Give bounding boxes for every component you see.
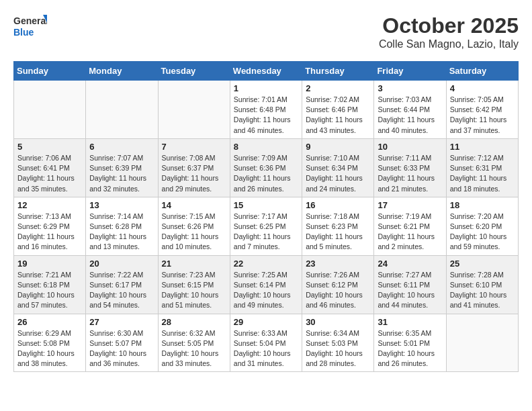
- page-header: General Blue October 2025 Colle San Magn…: [13, 13, 519, 50]
- table-row: 28Sunrise: 6:32 AM Sunset: 5:05 PM Dayli…: [158, 314, 230, 372]
- day-number: 27: [89, 317, 154, 327]
- table-row: 1Sunrise: 7:01 AM Sunset: 6:48 PM Daylig…: [230, 81, 302, 139]
- day-info: Sunrise: 7:18 AM Sunset: 6:23 PM Dayligh…: [306, 212, 370, 253]
- day-number: 20: [89, 259, 154, 269]
- day-info: Sunrise: 7:02 AM Sunset: 6:46 PM Dayligh…: [306, 95, 370, 136]
- table-row: 22Sunrise: 7:25 AM Sunset: 6:14 PM Dayli…: [230, 255, 302, 314]
- day-info: Sunrise: 6:33 AM Sunset: 5:04 PM Dayligh…: [234, 328, 298, 369]
- calendar-week-row: 19Sunrise: 7:21 AM Sunset: 6:18 PM Dayli…: [14, 255, 519, 314]
- table-row: [86, 81, 158, 139]
- table-row: 13Sunrise: 7:14 AM Sunset: 6:28 PM Dayli…: [86, 197, 158, 255]
- day-number: 16: [306, 200, 370, 210]
- day-number: 24: [378, 259, 442, 269]
- day-info: Sunrise: 7:21 AM Sunset: 6:18 PM Dayligh…: [17, 270, 82, 311]
- table-row: 15Sunrise: 7:17 AM Sunset: 6:25 PM Dayli…: [230, 197, 302, 255]
- table-row: 7Sunrise: 7:08 AM Sunset: 6:37 PM Daylig…: [158, 138, 230, 197]
- day-number: 14: [162, 200, 226, 210]
- col-monday: Monday: [86, 62, 158, 81]
- day-info: Sunrise: 7:27 AM Sunset: 6:11 PM Dayligh…: [378, 270, 442, 311]
- location: Colle San Magno, Lazio, Italy: [379, 38, 519, 50]
- day-info: Sunrise: 7:22 AM Sunset: 6:17 PM Dayligh…: [89, 270, 154, 311]
- calendar-table: Sunday Monday Tuesday Wednesday Thursday…: [13, 61, 519, 372]
- table-row: 14Sunrise: 7:15 AM Sunset: 6:26 PM Dayli…: [158, 197, 230, 255]
- day-info: Sunrise: 7:23 AM Sunset: 6:15 PM Dayligh…: [162, 270, 226, 311]
- table-row: [446, 314, 518, 372]
- day-info: Sunrise: 6:35 AM Sunset: 5:01 PM Dayligh…: [378, 328, 442, 369]
- day-number: 29: [234, 317, 298, 327]
- day-info: Sunrise: 7:13 AM Sunset: 6:29 PM Dayligh…: [17, 212, 82, 253]
- day-number: 28: [162, 317, 226, 327]
- day-info: Sunrise: 7:14 AM Sunset: 6:28 PM Dayligh…: [89, 212, 154, 253]
- table-row: 30Sunrise: 6:34 AM Sunset: 5:03 PM Dayli…: [302, 314, 374, 372]
- col-friday: Friday: [374, 62, 446, 81]
- day-number: 6: [89, 142, 154, 152]
- day-number: 31: [378, 317, 442, 327]
- calendar-week-row: 5Sunrise: 7:06 AM Sunset: 6:41 PM Daylig…: [14, 138, 519, 197]
- day-info: Sunrise: 6:32 AM Sunset: 5:05 PM Dayligh…: [162, 328, 226, 369]
- day-info: Sunrise: 7:17 AM Sunset: 6:25 PM Dayligh…: [234, 212, 298, 253]
- day-number: 13: [89, 200, 154, 210]
- day-info: Sunrise: 7:11 AM Sunset: 6:33 PM Dayligh…: [378, 153, 442, 194]
- table-row: 24Sunrise: 7:27 AM Sunset: 6:11 PM Dayli…: [374, 255, 446, 314]
- table-row: 10Sunrise: 7:11 AM Sunset: 6:33 PM Dayli…: [374, 138, 446, 197]
- day-number: 15: [234, 200, 298, 210]
- calendar-header-row: Sunday Monday Tuesday Wednesday Thursday…: [14, 62, 519, 81]
- day-number: 3: [378, 83, 442, 93]
- day-info: Sunrise: 7:20 AM Sunset: 6:20 PM Dayligh…: [450, 212, 515, 253]
- day-info: Sunrise: 7:06 AM Sunset: 6:41 PM Dayligh…: [17, 153, 82, 194]
- table-row: 9Sunrise: 7:10 AM Sunset: 6:34 PM Daylig…: [302, 138, 374, 197]
- day-number: 23: [306, 259, 370, 269]
- col-saturday: Saturday: [446, 62, 518, 81]
- day-info: Sunrise: 7:01 AM Sunset: 6:48 PM Dayligh…: [234, 95, 298, 136]
- day-number: 8: [234, 142, 298, 152]
- day-number: 18: [450, 200, 515, 210]
- day-number: 9: [306, 142, 370, 152]
- day-info: Sunrise: 7:03 AM Sunset: 6:44 PM Dayligh…: [378, 95, 442, 136]
- day-info: Sunrise: 6:29 AM Sunset: 5:08 PM Dayligh…: [17, 328, 82, 369]
- day-number: 17: [378, 200, 442, 210]
- day-info: Sunrise: 7:10 AM Sunset: 6:34 PM Dayligh…: [306, 153, 370, 194]
- day-number: 21: [162, 259, 226, 269]
- table-row: 29Sunrise: 6:33 AM Sunset: 5:04 PM Dayli…: [230, 314, 302, 372]
- table-row: 2Sunrise: 7:02 AM Sunset: 6:46 PM Daylig…: [302, 81, 374, 139]
- day-number: 26: [17, 317, 82, 327]
- col-thursday: Thursday: [302, 62, 374, 81]
- day-number: 1: [234, 83, 298, 93]
- day-info: Sunrise: 7:08 AM Sunset: 6:37 PM Dayligh…: [162, 153, 226, 194]
- day-info: Sunrise: 7:25 AM Sunset: 6:14 PM Dayligh…: [234, 270, 298, 311]
- month-title: October 2025: [379, 13, 519, 38]
- table-row: 17Sunrise: 7:19 AM Sunset: 6:21 PM Dayli…: [374, 197, 446, 255]
- day-number: 10: [378, 142, 442, 152]
- col-tuesday: Tuesday: [158, 62, 230, 81]
- table-row: 5Sunrise: 7:06 AM Sunset: 6:41 PM Daylig…: [14, 138, 86, 197]
- table-row: 19Sunrise: 7:21 AM Sunset: 6:18 PM Dayli…: [14, 255, 86, 314]
- day-info: Sunrise: 7:07 AM Sunset: 6:39 PM Dayligh…: [89, 153, 154, 194]
- day-info: Sunrise: 6:34 AM Sunset: 5:03 PM Dayligh…: [306, 328, 370, 369]
- table-row: 26Sunrise: 6:29 AM Sunset: 5:08 PM Dayli…: [14, 314, 86, 372]
- table-row: 8Sunrise: 7:09 AM Sunset: 6:36 PM Daylig…: [230, 138, 302, 197]
- day-number: 12: [17, 200, 82, 210]
- day-number: 30: [306, 317, 370, 327]
- col-wednesday: Wednesday: [230, 62, 302, 81]
- day-info: Sunrise: 7:09 AM Sunset: 6:36 PM Dayligh…: [234, 153, 298, 194]
- table-row: 18Sunrise: 7:20 AM Sunset: 6:20 PM Dayli…: [446, 197, 518, 255]
- table-row: 3Sunrise: 7:03 AM Sunset: 6:44 PM Daylig…: [374, 81, 446, 139]
- day-info: Sunrise: 6:30 AM Sunset: 5:07 PM Dayligh…: [89, 328, 154, 369]
- svg-text:General: General: [13, 15, 47, 26]
- svg-text:Blue: Blue: [13, 27, 34, 38]
- table-row: 31Sunrise: 6:35 AM Sunset: 5:01 PM Dayli…: [374, 314, 446, 372]
- table-row: 25Sunrise: 7:28 AM Sunset: 6:10 PM Dayli…: [446, 255, 518, 314]
- table-row: 16Sunrise: 7:18 AM Sunset: 6:23 PM Dayli…: [302, 197, 374, 255]
- table-row: 4Sunrise: 7:05 AM Sunset: 6:42 PM Daylig…: [446, 81, 518, 139]
- table-row: 23Sunrise: 7:26 AM Sunset: 6:12 PM Dayli…: [302, 255, 374, 314]
- col-sunday: Sunday: [14, 62, 86, 81]
- day-number: 4: [450, 83, 515, 93]
- day-info: Sunrise: 7:26 AM Sunset: 6:12 PM Dayligh…: [306, 270, 370, 311]
- table-row: 27Sunrise: 6:30 AM Sunset: 5:07 PM Dayli…: [86, 314, 158, 372]
- table-row: [14, 81, 86, 139]
- day-number: 7: [162, 142, 226, 152]
- logo-svg: General Blue: [13, 13, 47, 42]
- day-number: 5: [17, 142, 82, 152]
- day-number: 2: [306, 83, 370, 93]
- table-row: 20Sunrise: 7:22 AM Sunset: 6:17 PM Dayli…: [86, 255, 158, 314]
